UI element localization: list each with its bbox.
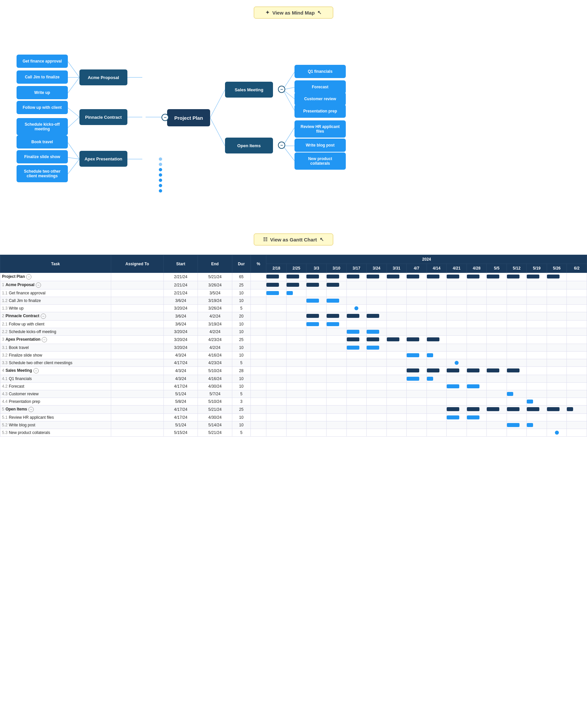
gantt-bar <box>347 274 359 278</box>
sales-minus-circle[interactable]: − <box>278 86 285 93</box>
th-date: 3/31 <box>386 264 407 273</box>
bar-cell <box>306 320 327 328</box>
bar-cell <box>327 367 347 375</box>
bar-cell <box>286 367 306 375</box>
center-minus-circle[interactable]: − <box>162 114 169 121</box>
start-cell: 4/3/24 <box>163 367 198 375</box>
dur-cell: 10 <box>232 421 251 429</box>
bar-cell <box>266 289 286 297</box>
bar-cell <box>467 289 487 297</box>
bar-cell <box>367 414 387 421</box>
bar-cell <box>527 390 547 398</box>
svg-line-0 <box>210 90 225 118</box>
bar-cell <box>487 305 507 312</box>
leaf-book-travel: Book travel <box>17 135 68 148</box>
bar-cell <box>487 390 507 398</box>
gantt-bar <box>447 274 459 278</box>
end-cell: 5/10/24 <box>198 367 232 375</box>
bar-cell <box>567 406 587 414</box>
bar-cell <box>447 320 467 328</box>
dot-4 <box>159 173 162 177</box>
table-row: 1Acme Proposal−2/21/243/26/2425 <box>0 281 587 289</box>
bar-cell <box>507 297 527 305</box>
bar-cell <box>426 344 447 351</box>
bar-cell <box>327 398 347 406</box>
table-row: 2.2Schedule kicks-off meeting3/20/244/2/… <box>0 328 587 336</box>
view-gantt-button[interactable]: ☷ View as Gantt Chart ↖ <box>254 234 333 245</box>
task-label: Write blog post <box>9 423 36 427</box>
start-cell: 2/21/24 <box>163 281 198 289</box>
gantt-bar <box>487 368 499 372</box>
task-cell: 3.2Finalize slide show <box>0 351 111 359</box>
gantt-bar <box>306 274 319 278</box>
th-assigned: Assigned To <box>111 255 163 273</box>
bar-cell <box>487 383 507 390</box>
bar-cell <box>547 297 567 305</box>
gantt-bar <box>407 368 419 372</box>
gantt-bar <box>327 299 339 302</box>
bar-cell <box>347 367 367 375</box>
bar-cell <box>426 375 447 383</box>
bar-cell <box>266 320 286 328</box>
bar-cell <box>467 273 487 281</box>
bar-cell <box>487 320 507 328</box>
start-cell: 3/20/24 <box>163 305 198 312</box>
start-cell: 4/17/24 <box>163 406 198 414</box>
end-cell: 3/5/24 <box>198 289 232 297</box>
pct-cell <box>251 351 266 359</box>
bar-cell <box>426 414 447 421</box>
collapse-icon[interactable]: − <box>41 314 46 319</box>
bar-cell <box>507 383 527 390</box>
bar-cell <box>306 429 327 437</box>
dur-cell: 65 <box>232 273 251 281</box>
bar-cell <box>347 328 367 336</box>
collapse-icon[interactable]: − <box>42 337 47 342</box>
task-label: Review HR applicant files <box>9 415 54 420</box>
th-date: 4/21 <box>447 264 467 273</box>
bar-cell <box>527 297 547 305</box>
bar-cell <box>327 320 347 328</box>
end-cell: 4/16/24 <box>198 375 232 383</box>
bar-cell <box>306 398 327 406</box>
collapse-icon[interactable]: − <box>28 407 34 412</box>
collapse-icon[interactable]: − <box>26 274 31 280</box>
cursor-icon: ↖ <box>317 9 322 16</box>
collapse-icon[interactable]: − <box>33 368 39 373</box>
bar-cell <box>507 398 527 406</box>
center-node: Project Plan <box>167 109 210 126</box>
pct-cell <box>251 305 266 312</box>
th-pct: % <box>251 255 266 273</box>
bar-cell <box>447 421 467 429</box>
gantt-bar <box>467 415 479 419</box>
open-minus-circle[interactable]: − <box>278 142 285 149</box>
bar-cell <box>426 336 447 344</box>
th-year: 2024 <box>266 255 587 264</box>
end-cell: 5/7/24 <box>198 390 232 398</box>
table-row: 3.1Book travel3/20/244/2/2410 <box>0 344 587 351</box>
bar-cell <box>386 398 407 406</box>
right-mid-sales: Sales Meeting <box>225 82 273 98</box>
bar-cell <box>407 351 427 359</box>
bar-cell <box>327 383 347 390</box>
bar-cell <box>447 305 467 312</box>
gantt-bar <box>306 299 319 302</box>
bar-cell <box>467 429 487 437</box>
view-mindmap-button[interactable]: ✦ View as Mind Map ↖ <box>254 7 333 19</box>
row-num: 2.1 <box>2 322 8 326</box>
start-cell: 3/20/24 <box>163 336 198 344</box>
gantt-bar <box>487 274 499 278</box>
table-row: 1.1Get finance approval2/21/243/5/2410 <box>0 289 587 297</box>
bar-cell <box>367 273 387 281</box>
bar-cell <box>367 312 387 320</box>
bar-cell <box>567 289 587 297</box>
row-num: 3.2 <box>2 353 8 358</box>
collapse-icon[interactable]: − <box>36 283 41 288</box>
gantt-bar <box>266 283 279 287</box>
th-date: 4/14 <box>426 264 447 273</box>
bar-cell <box>467 351 487 359</box>
end-cell: 3/19/24 <box>198 297 232 305</box>
bar-cell <box>567 390 587 398</box>
dur-cell: 20 <box>232 312 251 320</box>
start-cell: 3/6/24 <box>163 320 198 328</box>
bar-cell <box>527 367 547 375</box>
